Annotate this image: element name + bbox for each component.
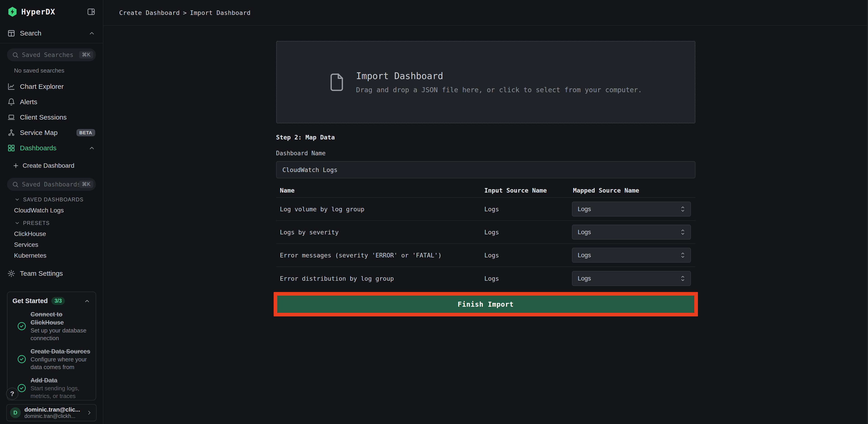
chart-explorer-icon [7, 83, 16, 91]
sidebar-section-search[interactable]: Search [0, 24, 103, 43]
finish-import-highlight: Finish Import [274, 292, 698, 317]
scrollbar[interactable] [867, 0, 868, 424]
finish-import-button[interactable]: Finish Import [277, 296, 694, 313]
sidebar-item-label: Client Sessions [20, 113, 67, 121]
sidebar-item-services[interactable]: Services [14, 241, 103, 249]
sidebar-collapse-icon[interactable] [86, 7, 96, 17]
mapped-source-select[interactable]: Logs [572, 225, 691, 239]
get-started-item-add-data[interactable]: Add Data Start sending logs, metrics, or… [17, 376, 92, 400]
user-email: dominic.tran@clickh... [24, 413, 80, 419]
plus-icon [12, 162, 19, 169]
column-header-name: Name [276, 187, 480, 194]
group-title: SAVED DASHBOARDS [23, 196, 84, 203]
service-map-icon [7, 129, 16, 137]
dashboard-name-input[interactable] [276, 161, 695, 178]
get-started-item-title: Create Data Sources [31, 347, 92, 356]
chevron-up-icon [84, 298, 90, 304]
sidebar-item-dashboards[interactable]: Dashboards [0, 140, 103, 156]
column-header-mapped-source: Mapped Source Name [569, 187, 695, 194]
dropzone-inner: Import Dashboard Drag and drop a JSON fi… [329, 70, 642, 94]
chevron-down-icon [14, 220, 20, 226]
sidebar-item-team-settings[interactable]: Team Settings [0, 266, 103, 281]
dashboards-grid-icon [7, 144, 16, 152]
select-chevrons-icon [680, 274, 685, 282]
sidebar-item-cloudwatch-logs[interactable]: CloudWatch Logs [14, 206, 103, 214]
saved-dashboards-input[interactable] [22, 181, 79, 188]
table-row: Log volume by log group Logs Logs [276, 198, 695, 221]
search-icon [12, 52, 19, 58]
create-dashboard-label: Create Dashboard [23, 162, 74, 169]
sidebar-item-service-map[interactable]: Service Map BETA [0, 125, 103, 140]
mapped-source-select[interactable]: Logs [572, 202, 691, 217]
input-source-cell: Logs [480, 206, 569, 213]
selected-value: Logs [578, 206, 591, 213]
get-started-item-desc: Start sending logs, metrics, or traces [31, 385, 92, 400]
logo-row: HyperDX [0, 0, 103, 24]
get-started-card: Get Started 3/3 Connect to ClickHouse Se… [7, 292, 96, 400]
select-chevrons-icon [680, 251, 685, 259]
bell-icon [7, 98, 16, 106]
json-dropzone[interactable]: Import Dashboard Drag and drop a JSON fi… [276, 41, 695, 123]
get-started-title: Get Started [12, 297, 48, 305]
search-icon [12, 181, 19, 188]
chart-name-cell: Error messages (severity 'ERROR' or 'FAT… [276, 252, 480, 259]
file-icon [329, 72, 344, 92]
column-header-input-source: Input Source Name [480, 187, 569, 194]
help-button[interactable]: ? [6, 388, 18, 400]
get-started-header[interactable]: Get Started 3/3 [7, 292, 96, 305]
sidebar-item-label: Chart Explorer [20, 83, 64, 90]
breadcrumb-parent[interactable]: Create Dashboard [119, 9, 180, 16]
get-started-item-sources[interactable]: Create Data Sources Configure where your… [17, 347, 92, 371]
topbar: Create Dashboard>Import Dashboard [103, 0, 868, 26]
sidebar-item-label: Service Map [20, 129, 58, 136]
mapped-source-cell: Logs [569, 202, 695, 217]
get-started-item-connect[interactable]: Connect to ClickHouse Set up your databa… [17, 310, 92, 342]
gear-icon [7, 269, 16, 278]
sidebar-item-client-sessions[interactable]: Client Sessions [0, 109, 103, 125]
search-section-label: Search [20, 29, 41, 37]
group-presets[interactable]: PRESETS [14, 220, 103, 226]
hyperdx-logo-icon [7, 6, 18, 17]
sidebar-item-clickhouse[interactable]: ClickHouse [14, 230, 103, 238]
group-title: PRESETS [23, 220, 50, 226]
chevron-down-icon [14, 197, 20, 202]
breadcrumb-current: Import Dashboard [190, 9, 251, 16]
saved-dashboards-search[interactable]: ⌘K [7, 178, 96, 191]
search-section-icon [7, 29, 16, 37]
sidebar-item-alerts[interactable]: Alerts [0, 94, 103, 109]
mapped-source-select[interactable]: Logs [572, 248, 691, 263]
get-started-progress-badge: 3/3 [51, 297, 65, 305]
user-menu[interactable]: D dominic.tran@clic... dominic.tran@clic… [6, 404, 97, 421]
input-source-cell: Logs [480, 252, 569, 259]
saved-searches-search[interactable]: ⌘K [7, 48, 96, 61]
selected-value: Logs [578, 275, 591, 282]
selected-value: Logs [578, 252, 591, 259]
chevron-up-icon [88, 145, 95, 152]
mapping-table: Name Input Source Name Mapped Source Nam… [276, 183, 695, 290]
group-saved-dashboards[interactable]: SAVED DASHBOARDS [14, 196, 103, 203]
dropzone-title: Import Dashboard [356, 70, 642, 81]
input-source-cell: Logs [480, 275, 569, 282]
sidebar: HyperDX Search [0, 0, 103, 424]
dropzone-texts: Import Dashboard Drag and drop a JSON fi… [356, 70, 642, 94]
create-dashboard-button[interactable]: Create Dashboard [0, 158, 103, 173]
get-started-item-title: Connect to ClickHouse [31, 310, 92, 327]
select-chevrons-icon [680, 205, 685, 213]
chart-name-cell: Logs by severity [276, 229, 480, 236]
beta-badge: BETA [76, 129, 95, 136]
sidebar-item-chart-explorer[interactable]: Chart Explorer [0, 79, 103, 94]
mapped-source-cell: Logs [569, 225, 695, 239]
get-started-item-desc: Set up your database connection [31, 327, 92, 342]
avatar: D [10, 407, 21, 418]
saved-searches-input[interactable] [22, 51, 79, 58]
dashboard-name-label: Dashboard Name [276, 150, 695, 157]
breadcrumb-separator: > [183, 9, 187, 16]
mapped-source-cell: Logs [569, 248, 695, 263]
sidebar-item-kubernetes[interactable]: Kubernetes [14, 252, 103, 259]
check-circle-icon [17, 321, 27, 331]
mapped-source-select[interactable]: Logs [572, 271, 691, 286]
input-source-cell: Logs [480, 229, 569, 236]
chevron-right-icon [86, 410, 93, 416]
breadcrumb: Create Dashboard>Import Dashboard [119, 9, 251, 16]
dropzone-subtitle: Drag and drop a JSON file here, or click… [356, 86, 642, 94]
